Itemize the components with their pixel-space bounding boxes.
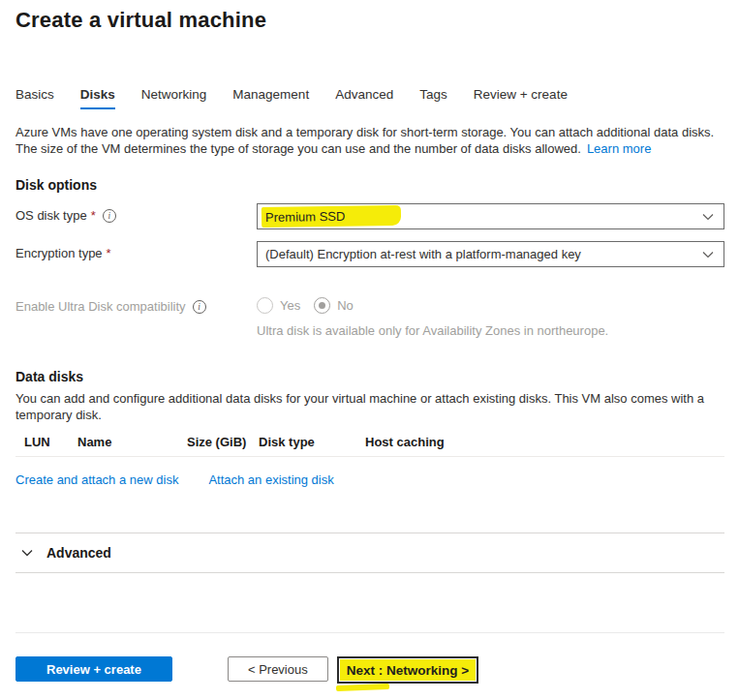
required-asterisk: * (107, 246, 111, 260)
encryption-type-label: Encryption type * (15, 241, 257, 260)
encryption-type-select[interactable]: (Default) Encryption at-rest with a plat… (257, 241, 724, 267)
data-disks-links: Create and attach a new disk Attach an e… (15, 472, 724, 487)
disk-options-heading: Disk options (15, 177, 724, 193)
data-disks-heading: Data disks (15, 369, 724, 384)
column-disk-type: Disk type (259, 435, 365, 449)
radio-circle-icon (257, 297, 273, 314)
wizard-tabs: Basics Disks Networking Management Advan… (15, 87, 724, 109)
attach-existing-disk-link[interactable]: Attach an existing disk (208, 472, 333, 487)
data-disks-description: You can add and configure additional dat… (15, 391, 729, 423)
tab-disks[interactable]: Disks (80, 87, 115, 109)
ultra-disk-note: Ultra disk is available only for Availab… (257, 323, 724, 338)
tab-networking[interactable]: Networking (141, 87, 207, 109)
tab-basics[interactable]: Basics (15, 87, 54, 109)
encryption-type-value: (Default) Encryption at-rest with a plat… (265, 247, 581, 261)
ultra-disk-row: Enable Ultra Disk compatibility Yes No U… (15, 294, 724, 338)
ultra-disk-radio-group: Yes No (257, 294, 724, 314)
create-attach-new-disk-link[interactable]: Create and attach a new disk (15, 472, 178, 487)
data-disks-table-header: LUN Name Size (GiB) Disk type Host cachi… (15, 435, 724, 457)
chevron-down-icon (701, 210, 715, 224)
tab-review-create[interactable]: Review + create (474, 87, 568, 109)
tab-tags[interactable]: Tags (419, 87, 447, 109)
tab-management[interactable]: Management (232, 87, 309, 109)
column-lun: LUN (24, 435, 77, 449)
info-icon[interactable] (193, 300, 206, 314)
advanced-section-toggle[interactable]: Advanced (15, 533, 724, 573)
tab-advanced[interactable]: Advanced (335, 87, 393, 109)
next-networking-button[interactable]: Next : Networking > (337, 656, 478, 684)
column-size: Size (GiB) (187, 435, 259, 449)
page-title: Create a virtual machine (15, 8, 724, 33)
info-icon[interactable] (103, 209, 116, 223)
advanced-label: Advanced (46, 545, 111, 561)
os-disk-type-select[interactable]: Premium SSD (257, 203, 724, 229)
create-vm-page: Create a virtual machine Basics Disks Ne… (0, 0, 739, 700)
chevron-down-icon (20, 546, 34, 560)
next-button-highlighted-label: Next : Networking > (340, 659, 476, 681)
column-name: Name (77, 435, 187, 449)
os-disk-type-value: Premium SSD (265, 209, 346, 225)
radio-circle-icon (314, 297, 330, 314)
review-create-button[interactable]: Review + create (15, 656, 172, 682)
ultra-disk-radio-no[interactable]: No (314, 297, 354, 314)
wizard-footer: Review + create < Previous Next : Networ… (15, 632, 724, 700)
ultra-disk-label: Enable Ultra Disk compatibility (15, 294, 257, 314)
highlight-smudge (336, 684, 389, 691)
os-disk-type-row: OS disk type * Premium SSD (15, 203, 724, 229)
intro-paragraph: Azure VMs have one operating system disk… (15, 125, 729, 157)
learn-more-link[interactable]: Learn more (587, 141, 651, 156)
os-disk-type-label: OS disk type * (15, 203, 257, 223)
encryption-type-row: Encryption type * (Default) Encryption a… (15, 241, 724, 267)
ultra-disk-radio-yes[interactable]: Yes (257, 297, 300, 314)
previous-button[interactable]: < Previous (228, 656, 328, 682)
chevron-down-icon (701, 248, 715, 261)
column-host-caching: Host caching (365, 435, 724, 449)
highlight-annotation: Premium SSD (262, 205, 402, 228)
required-asterisk: * (91, 208, 96, 223)
